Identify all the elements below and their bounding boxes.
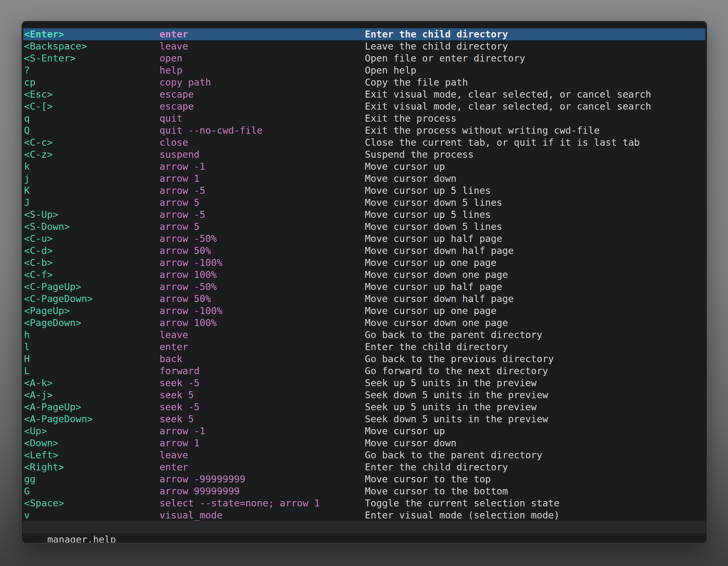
keybind-row[interactable]: <PageDown> arrow 100% Move cursor down o… (23, 317, 705, 329)
keybind-row[interactable]: k arrow -1 Move cursor up (23, 161, 705, 173)
command-cell: select --state=none; arrow 1 (159, 497, 365, 509)
description-cell: Suspend the process (365, 149, 705, 161)
command-cell: visual_mode (159, 509, 365, 521)
description-cell: Move cursor up one page (365, 305, 705, 317)
keybind-row[interactable]: l enter Enter the child directory (23, 341, 705, 353)
command-cell: seek 5 (159, 413, 365, 425)
keybind-row[interactable]: Q quit --no-cwd-file Exit the process wi… (23, 125, 705, 137)
keybind-row[interactable]: <Left> leave Go back to the parent direc… (23, 449, 705, 461)
keybind-row[interactable]: <Space> select --state=none; arrow 1 Tog… (23, 497, 705, 509)
command-cell: open (159, 52, 365, 64)
key-cell: <C-f> (24, 269, 159, 281)
keybind-row[interactable]: <S-Down> arrow 5 Move cursor down 5 line… (23, 221, 705, 233)
description-cell: Move cursor up one page (365, 257, 705, 269)
command-cell: arrow 5 (159, 221, 365, 233)
key-cell: <C-PageDown> (24, 293, 159, 305)
description-cell: Move cursor up (365, 161, 705, 173)
keybind-row[interactable]: <Down> arrow 1 Move cursor down (23, 437, 705, 449)
key-cell: j (24, 173, 159, 185)
key-cell: <Backspace> (24, 40, 159, 52)
keybind-row[interactable]: <Right> enter Enter the child directory (23, 461, 705, 473)
description-cell: Move cursor down 5 lines (365, 197, 705, 209)
key-cell: G (24, 485, 159, 497)
keybind-row[interactable]: <C-PageDown> arrow 50% Move cursor down … (23, 293, 705, 305)
description-cell: Move cursor to the bottom (365, 485, 705, 497)
description-cell: Open help (365, 64, 705, 76)
key-cell: <C-d> (24, 245, 159, 257)
keybind-row[interactable]: <C-[> escape Exit visual mode, clear sel… (23, 100, 705, 112)
description-cell: Move cursor down half page (365, 245, 705, 257)
command-cell: escape (159, 100, 365, 112)
keybind-row[interactable]: <A-k> seek -5 Seek up 5 units in the pre… (23, 377, 705, 389)
keybind-row[interactable]: H back Go back to the previous directory (23, 353, 705, 365)
keybind-row[interactable]: <C-u> arrow -50% Move cursor up half pag… (23, 233, 705, 245)
keybind-row[interactable]: <Backspace> leave Leave the child direct… (23, 40, 705, 52)
keybind-row[interactable]: <A-j> seek 5 Seek down 5 units in the pr… (23, 389, 705, 401)
description-cell: Move cursor down one page (365, 317, 705, 329)
keybind-row[interactable]: J arrow 5 Move cursor down 5 lines (23, 197, 705, 209)
description-cell: Enter the child directory (365, 341, 705, 353)
command-cell: seek -5 (159, 401, 365, 413)
keybind-row[interactable]: G arrow 99999999 Move cursor to the bott… (23, 485, 705, 497)
command-cell: arrow 99999999 (159, 485, 365, 497)
command-cell: arrow -1 (159, 161, 365, 173)
keybind-row[interactable]: <C-z> suspend Suspend the process (23, 149, 705, 161)
description-cell: Leave the child directory (365, 40, 705, 52)
keybind-row[interactable]: <Up> arrow -1 Move cursor up (23, 425, 705, 437)
keybind-row[interactable]: <A-PageDown> seek 5 Seek down 5 units in… (23, 413, 705, 425)
description-cell: Seek up 5 units in the preview (365, 401, 705, 413)
description-cell: Move cursor up 5 lines (365, 185, 705, 197)
key-cell: <Up> (24, 425, 159, 437)
key-cell: cp (24, 76, 159, 88)
keybind-row[interactable]: ? help Open help (23, 64, 705, 76)
keybind-row[interactable]: gg arrow -99999999 Move cursor to the to… (23, 473, 705, 485)
keybind-row[interactable]: cp copy path Copy the file path (23, 76, 705, 88)
description-cell: Move cursor up (365, 425, 705, 437)
keybind-row[interactable]: v visual_mode Enter visual mode (selecti… (23, 509, 705, 521)
description-cell: Seek up 5 units in the preview (365, 377, 705, 389)
command-cell: escape (159, 88, 365, 100)
command-cell: enter (159, 28, 365, 40)
description-cell: Exit visual mode, clear selected, or can… (365, 88, 705, 100)
keybind-row[interactable]: <Esc> escape Exit visual mode, clear sel… (23, 88, 705, 100)
key-cell: <C-PageUp> (24, 281, 159, 293)
key-cell: <A-PageDown> (24, 413, 159, 425)
keybind-row[interactable]: <C-d> arrow 50% Move cursor down half pa… (23, 245, 705, 257)
key-cell: gg (24, 473, 159, 485)
keybinding-list: <Enter> enter Enter the child directory … (23, 28, 705, 521)
key-cell: q (24, 112, 159, 125)
keybind-row[interactable]: <S-Up> arrow -5 Move cursor up 5 lines (23, 209, 705, 221)
description-cell: Enter the child directory (365, 461, 705, 473)
key-cell: H (24, 353, 159, 365)
keybind-row[interactable]: j arrow 1 Move cursor down (23, 173, 705, 185)
description-cell: Move cursor up 5 lines (365, 209, 705, 221)
command-cell: forward (159, 365, 365, 377)
keybind-row[interactable]: q quit Exit the process (23, 112, 705, 125)
command-cell: arrow -99999999 (159, 473, 365, 485)
key-cell: <Esc> (24, 88, 159, 100)
key-cell: <S-Up> (24, 209, 159, 221)
keybind-row[interactable]: <C-c> close Close the current tab, or qu… (23, 137, 705, 149)
description-cell: Move cursor to the top (365, 473, 705, 485)
description-cell: Exit the process (365, 112, 705, 125)
command-cell: leave (159, 40, 365, 52)
keybind-row[interactable]: <A-PageUp> seek -5 Seek up 5 units in th… (23, 401, 705, 413)
keybind-row[interactable]: <C-f> arrow 100% Move cursor down one pa… (23, 269, 705, 281)
keybind-row[interactable]: K arrow -5 Move cursor up 5 lines (23, 185, 705, 197)
keybind-row[interactable]: <C-PageUp> arrow -50% Move cursor up hal… (23, 281, 705, 293)
keybind-row[interactable]: <C-b> arrow -100% Move cursor up one pag… (23, 257, 705, 269)
keybind-row[interactable]: h leave Go back to the parent directory (23, 329, 705, 341)
command-cell: arrow 100% (159, 317, 365, 329)
command-cell: arrow 1 (159, 173, 365, 185)
command-cell: arrow -1 (159, 425, 365, 437)
key-cell: <A-k> (24, 377, 159, 389)
description-cell: Move cursor up half page (365, 281, 705, 293)
description-cell: Exit visual mode, clear selected, or can… (365, 100, 705, 112)
keybind-row[interactable]: <PageUp> arrow -100% Move cursor up one … (23, 305, 705, 317)
keybind-row[interactable]: L forward Go forward to the next directo… (23, 365, 705, 377)
keybind-row[interactable]: <S-Enter> open Open file or enter direct… (23, 52, 705, 64)
command-cell: seek 5 (159, 389, 365, 401)
command-cell: help (159, 64, 365, 76)
keybind-row[interactable]: <Enter> enter Enter the child directory (23, 28, 705, 40)
key-cell: <C-z> (24, 149, 159, 161)
